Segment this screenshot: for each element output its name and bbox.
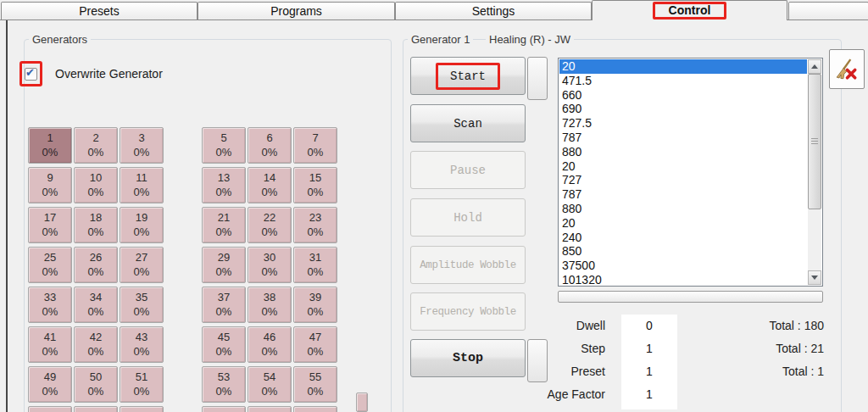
generator-cell-5[interactable]: 50% bbox=[202, 127, 246, 164]
generator-cell-63[interactable]: 630% bbox=[293, 406, 337, 412]
generator-cell-61[interactable]: 610% bbox=[202, 406, 246, 412]
generator-cell-23[interactable]: 230% bbox=[293, 207, 337, 243]
generator-cell-57[interactable]: 570% bbox=[28, 406, 72, 412]
generator-cell-62[interactable]: 620% bbox=[248, 406, 292, 412]
generator-cell-31[interactable]: 310% bbox=[293, 247, 337, 283]
generator-cell-34[interactable]: 340% bbox=[74, 287, 118, 323]
tab-presets[interactable]: Presets bbox=[1, 2, 198, 19]
generator-cell-41[interactable]: 410% bbox=[28, 326, 72, 363]
dwell-value[interactable]: 0 bbox=[621, 319, 677, 332]
page-left-border bbox=[6, 20, 8, 412]
total-value-3: Total : 1 bbox=[782, 365, 824, 378]
generator-cell-55[interactable]: 550% bbox=[293, 366, 337, 403]
generator-cell-47[interactable]: 470% bbox=[293, 326, 337, 363]
total-value-2: Total : 21 bbox=[776, 342, 824, 355]
tab-control[interactable]: Control bbox=[592, 0, 787, 20]
tab-settings[interactable]: Settings bbox=[395, 2, 592, 19]
generator-cell-19[interactable]: 190% bbox=[120, 207, 164, 243]
generator-cell-30[interactable]: 300% bbox=[248, 247, 292, 283]
generator-cell-18[interactable]: 180% bbox=[74, 207, 118, 243]
generator-cell-10[interactable]: 100% bbox=[74, 167, 118, 203]
generator-grid-right: 50%60%70%130%140%150%210%220%230%290%300… bbox=[202, 127, 337, 412]
generator-cell-46[interactable]: 460% bbox=[248, 326, 292, 363]
grid-cell-fragment bbox=[356, 393, 368, 412]
preset-value[interactable]: 1 bbox=[621, 365, 677, 378]
generator-cell-39[interactable]: 390% bbox=[293, 287, 337, 323]
generator-cell-3[interactable]: 30% bbox=[120, 127, 164, 164]
step-label: Step bbox=[581, 342, 605, 355]
generators-panel-title: Generators bbox=[29, 33, 91, 46]
generator-cell-37[interactable]: 370% bbox=[202, 287, 246, 323]
generator-cell-35[interactable]: 350% bbox=[120, 287, 164, 323]
tab-label: Presets bbox=[79, 4, 119, 18]
dwell-label: Dwell bbox=[576, 319, 605, 332]
checkbox-annotation-box: ✔ bbox=[19, 61, 42, 86]
overwrite-generator-checkbox[interactable]: ✔ bbox=[25, 68, 37, 81]
generator-cell-51[interactable]: 510% bbox=[120, 366, 164, 403]
tab-extra[interactable] bbox=[788, 2, 868, 19]
generator-cell-54[interactable]: 540% bbox=[248, 366, 292, 403]
generator-cell-33[interactable]: 330% bbox=[28, 287, 72, 323]
generator-title: Generator 1 bbox=[408, 33, 473, 46]
generator-cell-17[interactable]: 170% bbox=[28, 207, 72, 243]
generator-cell-6[interactable]: 60% bbox=[248, 127, 292, 164]
generator-cell-43[interactable]: 430% bbox=[120, 326, 164, 363]
generator-cell-26[interactable]: 260% bbox=[74, 247, 118, 283]
generator-cell-2[interactable]: 20% bbox=[74, 127, 118, 164]
generator-cell-25[interactable]: 250% bbox=[28, 247, 72, 283]
generator-preset-name: Healing (R) - JW bbox=[486, 33, 574, 46]
age-factor-label: Age Factor bbox=[548, 387, 605, 401]
checkmark-icon: ✔ bbox=[25, 66, 35, 79]
generator-cell-9[interactable]: 90% bbox=[28, 167, 72, 203]
generator-cell-42[interactable]: 420% bbox=[74, 326, 118, 363]
generator-cell-45[interactable]: 450% bbox=[202, 326, 246, 363]
clear-list-button[interactable] bbox=[829, 49, 865, 89]
generator-grid-left: 10%20%30%90%100%110%170%180%190%250%260%… bbox=[28, 127, 164, 412]
generator-cell-49[interactable]: 490% bbox=[28, 366, 72, 403]
generator-cell-38[interactable]: 380% bbox=[248, 287, 292, 323]
generator-cell-11[interactable]: 110% bbox=[120, 167, 164, 203]
generator-cell-14[interactable]: 140% bbox=[248, 167, 292, 203]
preset-label: Preset bbox=[571, 365, 605, 378]
field-rows: Dwell0Step1Preset1Age Factor1Total : 180… bbox=[403, 39, 842, 412]
tab-label: Programs bbox=[270, 4, 322, 18]
generator-cell-13[interactable]: 130% bbox=[202, 167, 246, 203]
generator-cell-29[interactable]: 290% bbox=[202, 247, 246, 283]
generator-cell-58[interactable]: 580% bbox=[74, 406, 118, 412]
generator-cell-27[interactable]: 270% bbox=[120, 247, 164, 283]
generator-cell-50[interactable]: 500% bbox=[74, 366, 118, 403]
tab-label: Control bbox=[653, 2, 727, 19]
generator-cell-15[interactable]: 150% bbox=[293, 167, 337, 203]
tab-programs[interactable]: Programs bbox=[198, 2, 395, 19]
broom-delete-icon bbox=[835, 58, 859, 81]
tab-label: Settings bbox=[472, 4, 515, 18]
generator-cell-1[interactable]: 10% bbox=[28, 127, 72, 164]
generator-cell-21[interactable]: 210% bbox=[202, 207, 246, 243]
total-value-1: Total : 180 bbox=[769, 319, 824, 332]
generator-cell-22[interactable]: 220% bbox=[248, 207, 292, 243]
step-value[interactable]: 1 bbox=[621, 342, 677, 355]
control-tab-screen: PresetsProgramsSettingsControl Generator… bbox=[0, 0, 868, 412]
generator-cell-53[interactable]: 530% bbox=[202, 366, 246, 403]
generator-cell-7[interactable]: 70% bbox=[293, 127, 337, 164]
age-factor-value[interactable]: 1 bbox=[621, 387, 677, 401]
overwrite-generator-label: Overwrite Generator bbox=[55, 67, 163, 81]
generator-cell-59[interactable]: 590% bbox=[120, 406, 164, 412]
